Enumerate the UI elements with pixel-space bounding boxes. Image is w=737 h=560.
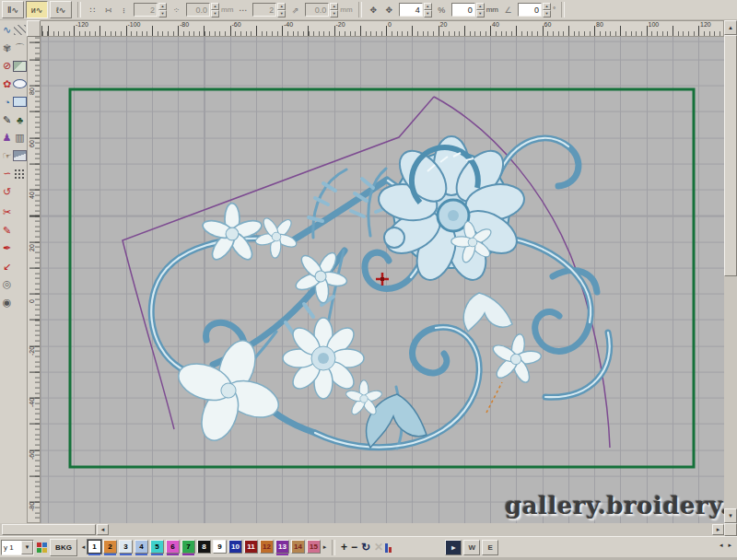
palette-chip-5[interactable]: 5 <box>150 540 164 554</box>
column-stitch-button[interactable]: ᴎ∿ <box>26 1 48 18</box>
pull-comp-field-input[interactable]: 0.0 <box>305 3 329 17</box>
swirl-tool-icon[interactable]: ↺ <box>0 184 14 200</box>
add-color-button[interactable]: + <box>341 541 347 554</box>
palette-chip-11[interactable]: 11 <box>244 540 258 554</box>
palette-chip-15[interactable]: 15 <box>307 540 321 554</box>
toolbar-separator <box>77 2 81 18</box>
stitch-length-field-spinner[interactable]: ▲▼ <box>211 3 219 17</box>
cut-tool-icon[interactable]: ✂ <box>0 204 14 220</box>
h-ruler-label: -100 <box>128 21 141 28</box>
remove-color-button[interactable]: − <box>351 541 357 554</box>
rotation-field-spinner[interactable]: ▲▼ <box>543 3 551 17</box>
move-horizontal-icon[interactable]: ✥ <box>367 3 380 17</box>
step-icon[interactable]: ⇗ <box>288 3 302 17</box>
photo-icon[interactable] <box>13 148 27 164</box>
disabled-tool-button[interactable]: ✕ <box>374 541 383 554</box>
satin-stitch-button[interactable]: Ⅱ∿ <box>2 1 24 18</box>
palette-chip-1[interactable]: 1 <box>88 540 101 554</box>
stitch-statistics-button[interactable] <box>385 542 392 553</box>
repeat-count-field-input[interactable]: 2 <box>252 3 276 17</box>
palette-next-icon[interactable]: ▸ <box>322 543 328 551</box>
offset-icon[interactable]: ⁘ <box>170 3 183 17</box>
hatch-fill-icon[interactable] <box>13 22 27 38</box>
palette-chip-8[interactable]: 8 <box>197 540 211 554</box>
bottom-toolbar-right: +−↻✕▸WE <box>339 540 499 555</box>
palette-chip-2[interactable]: 2 <box>103 540 117 554</box>
toolbar-overflow-arrows[interactable]: ◂ ▸ <box>719 542 733 549</box>
rows-icon[interactable]: ⁝ <box>117 3 131 17</box>
scale-field-input[interactable]: 4 <box>399 3 423 17</box>
tree-clipart-icon[interactable]: ♣ <box>13 112 27 128</box>
design-selector[interactable]: y 1 ▼ <box>1 540 34 555</box>
pattern-fill-icon[interactable] <box>13 166 27 181</box>
color-manager-icon[interactable] <box>37 542 47 553</box>
ellipsis-icon[interactable]: ⋯ <box>236 3 250 17</box>
run-stitch-button[interactable]: ℓ∿ <box>50 1 72 18</box>
pull-comp-field-spinner[interactable]: ▲▼ <box>330 3 338 17</box>
chip-thread-strip <box>120 554 132 555</box>
top-toolbar: Ⅱ∿ᴎ∿ℓ∿∷∺⁝2▲▼⁘0.0▲▼mm⋯2▲▼⇗0.0▲▼mm✥✥4▲▼%0▲… <box>0 0 737 20</box>
repeat-count-field-spinner[interactable]: ▲▼ <box>277 3 286 17</box>
chip-thread-strip <box>135 554 147 555</box>
vertical-scrollbar-thumb[interactable] <box>724 35 737 276</box>
palette-chip-3[interactable]: 3 <box>119 540 133 554</box>
stitch-count-field-spinner[interactable]: ▲▼ <box>158 3 167 17</box>
sequence-view-button[interactable]: ▸ <box>445 540 462 555</box>
donut-tool-icon[interactable]: ◔ <box>0 94 14 110</box>
arc-tool-icon[interactable]: ⌒ <box>13 41 27 56</box>
palette-chip-9[interactable]: 9 <box>213 540 227 554</box>
scroll-left-button[interactable]: ◂ <box>97 524 109 535</box>
edit-mode-button[interactable]: E <box>482 540 498 555</box>
link-circles-icon[interactable]: ◎ <box>0 276 14 292</box>
background-color-button[interactable]: BKG <box>50 539 77 556</box>
rotation-field: 0▲▼° <box>518 3 556 17</box>
flower-tool-icon[interactable]: ✿ <box>0 76 14 92</box>
ellipse-tool-icon[interactable] <box>13 76 27 92</box>
mannequin-icon[interactable]: ♟ <box>0 130 14 146</box>
rotation-field-input[interactable]: 0 <box>518 3 542 17</box>
scroll-up-button[interactable]: ▴ <box>724 20 737 35</box>
rectangle-tool-icon[interactable] <box>13 94 27 110</box>
scroll-right-button[interactable]: ▸ <box>712 524 724 535</box>
pattern-fill-icon <box>14 169 26 179</box>
columns-icon[interactable]: ▥ <box>13 130 27 146</box>
redraw-button[interactable]: ↻ <box>361 541 370 554</box>
h-ruler-label: 100 <box>649 21 660 28</box>
scroll-down-button[interactable]: ▾ <box>724 508 737 523</box>
photo-icon <box>13 150 27 161</box>
curve-nodes-icon[interactable]: ✾ <box>0 41 14 56</box>
stitch-length-field-input[interactable]: 0.0 <box>186 3 210 17</box>
horizontal-scrollbar-thumb[interactable] <box>2 524 96 535</box>
image-tool-icon[interactable] <box>13 58 27 74</box>
stitch-count-field-input[interactable]: 2 <box>134 3 158 17</box>
palette-chip-7[interactable]: 7 <box>181 540 195 554</box>
draw-stitch-icon[interactable]: ✎ <box>0 223 14 239</box>
offset-distance-field-input[interactable]: 0 <box>451 3 475 17</box>
combo-dropdown-icon[interactable]: ▼ <box>21 541 33 554</box>
spacing-icon[interactable]: ∺ <box>101 3 115 17</box>
wireframe-button[interactable]: W <box>463 540 480 555</box>
move-vertical-icon[interactable]: ✥ <box>382 3 396 17</box>
palette-prev-icon[interactable]: ◂ <box>80 543 87 551</box>
percent-icon[interactable]: % <box>435 3 449 17</box>
palette-chip-4[interactable]: 4 <box>135 540 148 554</box>
palette-chip-13[interactable]: 13 <box>275 540 289 554</box>
freehand-shape-icon[interactable]: ∿ <box>0 22 14 38</box>
pen-node-icon[interactable]: ✒ <box>0 240 14 256</box>
hide-object-icon[interactable]: ⊘ <box>0 58 14 74</box>
angle-icon[interactable]: ∠ <box>501 3 515 17</box>
palette-chip-10[interactable]: 10 <box>228 540 242 554</box>
palette-chip-12[interactable]: 12 <box>260 540 274 554</box>
hand-draw-icon[interactable]: ☞ <box>0 148 14 164</box>
insert-point-icon[interactable]: ↙ <box>0 259 14 274</box>
palette-chip-6[interactable]: 6 <box>166 540 180 554</box>
offset-distance-field-spinner[interactable]: ▲▼ <box>476 3 485 17</box>
design-selector-value: y 1 <box>2 543 21 552</box>
design-canvas[interactable] <box>41 37 724 523</box>
lasso-icon[interactable]: ∽ <box>0 166 14 181</box>
pencil-tool-icon[interactable]: ✎ <box>0 112 14 128</box>
scale-field-spinner[interactable]: ▲▼ <box>424 3 432 17</box>
palette-chip-14[interactable]: 14 <box>291 540 305 554</box>
density-icon[interactable]: ∷ <box>86 3 99 17</box>
center-point-icon[interactable]: ◉ <box>0 295 14 310</box>
